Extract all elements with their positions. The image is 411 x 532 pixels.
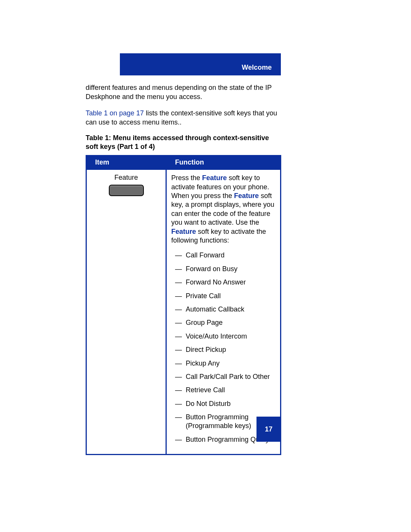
list-item: Private Call bbox=[171, 292, 276, 300]
list-item: Automatic Callback bbox=[171, 305, 276, 314]
list-item: Forward No Answer bbox=[171, 278, 276, 287]
paragraph-2: Table 1 on page 17 lists the context-sen… bbox=[86, 109, 281, 127]
table-crossref-link[interactable]: Table 1 on page 17 bbox=[86, 109, 144, 117]
page-number: 17 bbox=[265, 425, 272, 433]
list-item: Voice/Auto Intercom bbox=[171, 332, 276, 341]
list-item: Call Forward bbox=[171, 251, 276, 260]
keyword-feature: Feature bbox=[234, 192, 259, 200]
keyword-feature: Feature bbox=[171, 228, 196, 235]
header-banner: Welcome bbox=[120, 53, 281, 75]
item-label: Feature bbox=[91, 174, 161, 182]
column-header-item: Item bbox=[86, 156, 166, 169]
column-header-function: Function bbox=[166, 156, 281, 169]
section-title: Welcome bbox=[242, 64, 272, 72]
body-content: different features and menus depending o… bbox=[86, 83, 281, 455]
list-item: Direct Pickup bbox=[171, 345, 276, 354]
text-seg: Press the bbox=[171, 174, 202, 182]
list-item: Pickup Any bbox=[171, 359, 276, 368]
document-page: Welcome different features and menus dep… bbox=[0, 0, 411, 532]
softkey-button-icon bbox=[109, 185, 144, 196]
list-item: Group Page bbox=[171, 318, 276, 327]
softkey-table: Item Function Feature Press the Feature … bbox=[86, 155, 281, 455]
cell-item: Feature bbox=[86, 169, 166, 455]
list-item: Forward on Busy bbox=[171, 265, 276, 273]
list-item: Retrieve Call bbox=[171, 386, 276, 395]
function-list: Call Forward Forward on Busy Forward No … bbox=[171, 251, 276, 444]
keyword-feature: Feature bbox=[202, 174, 227, 182]
page-number-box: 17 bbox=[256, 417, 281, 442]
table-row: Feature Press the Feature soft key to ac… bbox=[86, 169, 281, 455]
cell-function: Press the Feature soft key to activate f… bbox=[166, 169, 281, 455]
list-item: Do Not Disturb bbox=[171, 399, 276, 408]
paragraph-1: different features and menus depending o… bbox=[86, 83, 281, 102]
list-item: Call Park/Call Park to Other bbox=[171, 372, 276, 381]
function-description: Press the Feature soft key to activate f… bbox=[171, 174, 276, 245]
table-caption: Table 1: Menu items accessed through con… bbox=[86, 134, 281, 151]
